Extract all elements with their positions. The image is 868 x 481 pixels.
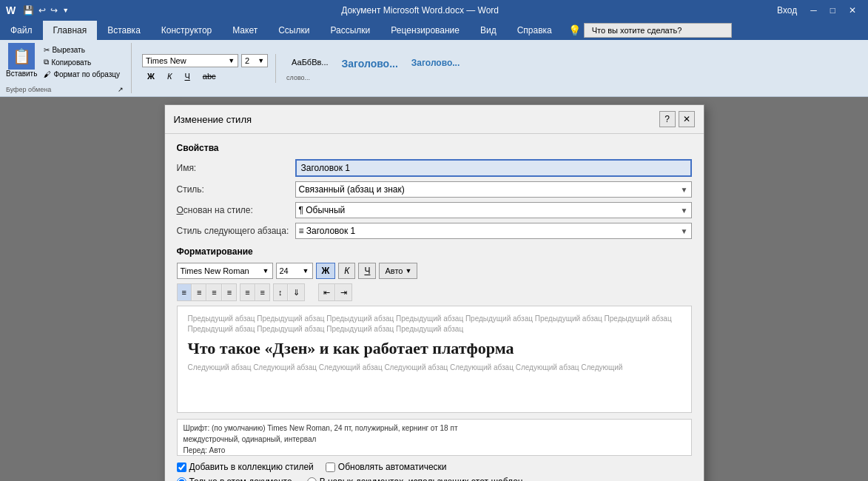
style-label: Стиль: [177,184,295,195]
align-center-button[interactable]: ≡ [192,284,206,300]
this-doc-radio-item[interactable]: Только в этом документе [177,477,292,481]
tab-layout[interactable]: Макет [222,21,268,40]
next-style-select[interactable]: ≡ Заголовок 1 ▼ [295,223,692,239]
clipboard-group: 📋 Вставить ✂ Вырезать ⧉ Копировать 🖌 Фор… [6,43,132,93]
help-search-box[interactable]: Что вы хотите сделать? [584,23,732,38]
paste-button[interactable]: 📋 Вставить [6,43,37,78]
clipboard-expand-icon[interactable]: ↗ [118,86,124,93]
dialog-help-button[interactable]: ? [659,111,676,127]
add-collection-checkbox[interactable] [177,462,186,472]
tab-references[interactable]: Ссылки [268,21,320,40]
new-docs-radio-item[interactable]: В новых документах, использующих этот ша… [307,477,523,481]
new-docs-radio[interactable] [307,477,317,482]
underline-button[interactable]: Ч [180,70,195,83]
window-title: Документ Microsoft Word.docx — Word [341,5,499,16]
format-color-label: Авто [385,266,403,275]
name-input[interactable] [295,159,692,177]
next-style-label: Стиль следующего абзаца: [177,226,295,236]
document-background: Что такое «Дзен» и как работает платформ… [0,97,868,481]
format-size-select[interactable]: 24 ▼ [276,263,313,279]
tab-view[interactable]: Вид [470,21,507,40]
quick-access-undo[interactable]: ↩ [38,5,46,16]
style-description: Шрифт: (по умолчанию) Times New Roman, 2… [177,419,692,456]
italic-button[interactable]: К [162,70,177,83]
styles-group: АаБбВв... Заголово... Заголово... слово.… [286,56,465,81]
format-color-button[interactable]: Авто ▼ [379,263,417,279]
add-collection-checkbox-item[interactable]: Добавить в коллекцию стилей [177,462,314,472]
paste-label: Вставить [6,70,37,78]
cut-button[interactable]: ✂ Вырезать [40,44,124,56]
font-name-selector[interactable]: Times New ▼ [142,54,238,67]
quick-access-dropdown[interactable]: ▼ [62,7,69,14]
modal-overlay: Изменение стиля ? ✕ Свойства Имя: Стиль: [0,97,868,481]
style-select[interactable]: Связанный (абзац и знак) ▼ [295,181,692,198]
tab-help[interactable]: Справка [507,21,562,40]
align-dist-button[interactable]: ≡ [240,284,255,300]
style-normal[interactable]: АаБбВв... [286,56,333,72]
decrease-indent-button[interactable]: ⇤ [319,284,335,300]
based-on-row: Основан на стиле: ¶ Обычный ▼ [177,202,692,218]
format-italic-button[interactable]: К [338,263,355,279]
ribbon-content: 📋 Вставить ✂ Вырезать ⧉ Копировать 🖌 Фор… [0,40,868,96]
copy-label: Копировать [51,58,91,67]
clipboard-group-label: Буфер обмена [6,86,51,93]
maximize-button[interactable]: □ [824,2,841,18]
ribbon-tabs: Файл Главная Вставка Конструктор Макет С… [0,21,868,40]
format-painter-button[interactable]: 🖌 Формат по образцу [40,69,124,80]
based-on-label: Основан на стиле: [177,205,295,215]
window-controls: Вход ─ □ ✕ [771,2,862,18]
help-search-text[interactable]: Что вы хотите сделать? [592,26,682,35]
style-heading1[interactable]: Заголово... [337,56,403,72]
preview-heading-text: Что такое «Дзен» и как работает платформ… [188,339,681,358]
format-font-size: 24 [280,266,289,275]
line-spacing-down-button[interactable]: ⇓ [289,284,304,300]
copy-button[interactable]: ⧉ Копировать [40,56,124,68]
format-font-name: Times New Roman [181,266,249,275]
copy-icon: ⧉ [44,58,49,67]
next-style-row: Стиль следующего абзаца: ≡ Заголовок 1 ▼ [177,223,692,239]
indent-group: ⇤ ⇥ [318,283,352,301]
based-on-select[interactable]: ¶ Обычный ▼ [295,202,692,218]
tab-design[interactable]: Конструктор [151,21,222,40]
increase-indent-button[interactable]: ⇥ [336,284,351,300]
clipboard-buttons: 📋 Вставить ✂ Вырезать ⧉ Копировать 🖌 Фор… [6,43,124,80]
quick-access-save[interactable]: 💾 [23,5,34,16]
format-underline-button[interactable]: Ч [358,263,376,279]
dialog-body: Свойства Имя: Стиль: Связанный (абзац и … [165,134,704,481]
ribbon: Файл Главная Вставка Конструктор Макет С… [0,21,868,97]
tab-review[interactable]: Рецензирование [380,21,470,40]
format-font-select[interactable]: Times New Roman ▼ [177,263,273,279]
tab-insert[interactable]: Вставка [97,21,151,40]
dialog-close-button[interactable]: ✕ [679,111,695,127]
font-size-selector[interactable]: 2 ▼ [241,54,268,67]
checkbox-row: Добавить в коллекцию стилей Обновлять ав… [177,462,692,472]
update-auto-checkbox-item[interactable]: Обновлять автоматически [326,462,447,472]
login-button[interactable]: Вход [771,2,803,18]
align-left-button[interactable]: ≡ [178,284,192,300]
line-spacing-button[interactable]: ↕ [274,284,288,300]
tab-file[interactable]: Файл [0,21,43,40]
strikethrough-button[interactable]: abc [198,70,221,83]
align-justify-button[interactable]: ≡ [223,284,236,300]
dialog-controls: ? ✕ [659,111,695,127]
this-doc-radio[interactable] [177,477,186,482]
update-auto-checkbox[interactable] [326,462,335,472]
alignment-toolbar: ≡ ≡ ≡ ≡ ≡ ≡ ↕ ⇓ [177,283,692,301]
bold-button[interactable]: Ж [142,70,160,83]
format-bold-button[interactable]: Ж [316,263,336,279]
radio-row: Только в этом документе В новых документ… [177,477,692,481]
minimize-button[interactable]: ─ [804,2,823,18]
word-styles-list: АаБбВв... Заголово... Заголово... [286,56,465,72]
tab-mailings[interactable]: Рассылки [320,21,380,40]
format-size-dropdown: ▼ [303,267,309,275]
close-window-button[interactable]: ✕ [843,2,862,18]
quick-access-redo[interactable]: ↪ [50,5,58,16]
font-name-value: Times New [146,56,186,65]
tab-home[interactable]: Главная [43,21,98,40]
align-right-button[interactable]: ≡ [207,284,221,300]
style-dropdown-icon: ▼ [681,186,688,194]
align-thai-button[interactable]: ≡ [256,284,269,300]
style-heading2[interactable]: Заголово... [406,56,465,72]
add-collection-label: Добавить в коллекцию стилей [189,462,314,472]
clipboard-group-footer: Буфер обмена ↗ [6,86,124,93]
